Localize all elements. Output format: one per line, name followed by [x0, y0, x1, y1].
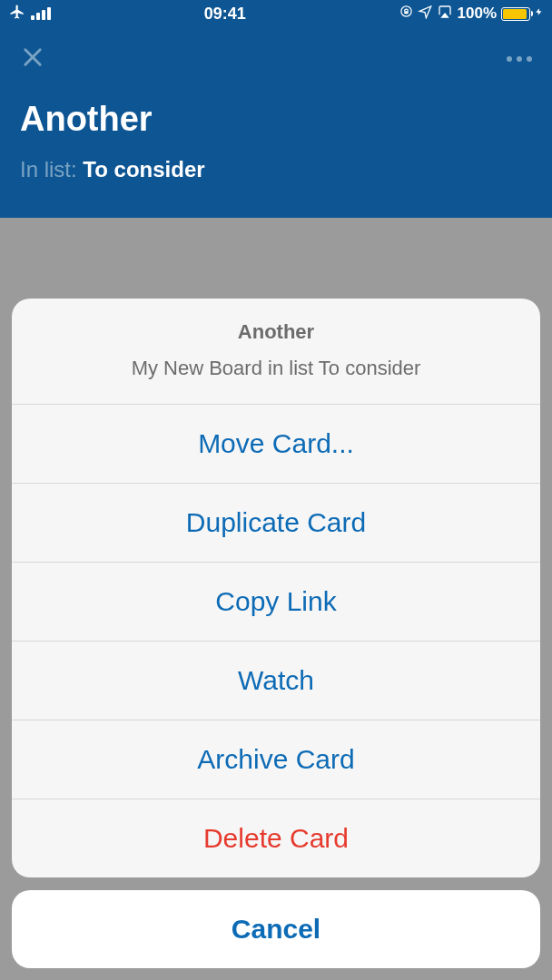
cancel-button[interactable]: Cancel [12, 890, 540, 968]
airplane-mode-icon [9, 4, 25, 24]
status-left [9, 4, 51, 24]
more-options-icon[interactable] [507, 56, 532, 62]
card-title: Another [0, 74, 552, 139]
copy-link-button[interactable]: Copy Link [12, 563, 540, 642]
status-bar: 09:41 100% [0, 0, 552, 27]
location-icon [418, 5, 432, 24]
svg-rect-1 [404, 11, 408, 14]
status-right: 100% [399, 5, 543, 24]
cell-signal-icon [31, 7, 51, 20]
airplay-icon [437, 5, 453, 24]
close-icon[interactable] [20, 44, 45, 74]
list-location: In list: To consider [0, 139, 552, 182]
action-sheet: Another My New Board in list To consider… [12, 299, 540, 877]
nav-row [0, 27, 552, 74]
sheet-subtitle: My New Board in list To consider [30, 357, 522, 380]
delete-card-button[interactable]: Delete Card [12, 799, 540, 877]
archive-card-button[interactable]: Archive Card [12, 720, 540, 799]
watch-button[interactable]: Watch [12, 642, 540, 720]
in-list-prefix: In list: [20, 157, 83, 181]
charging-icon [535, 5, 543, 24]
rotation-lock-icon [399, 5, 413, 23]
move-card-button[interactable]: Move Card... [12, 405, 540, 484]
card-header: 09:41 100% Another In list: To [0, 0, 552, 218]
duplicate-card-button[interactable]: Duplicate Card [12, 484, 540, 563]
sheet-title: Another [30, 320, 522, 344]
action-sheet-container: Another My New Board in list To consider… [12, 299, 540, 968]
battery-icon [501, 7, 530, 21]
battery-percent: 100% [458, 5, 497, 23]
status-time: 09:41 [51, 5, 399, 24]
list-name[interactable]: To consider [83, 157, 204, 181]
action-sheet-header: Another My New Board in list To consider [12, 299, 540, 405]
svg-marker-2 [441, 14, 448, 17]
